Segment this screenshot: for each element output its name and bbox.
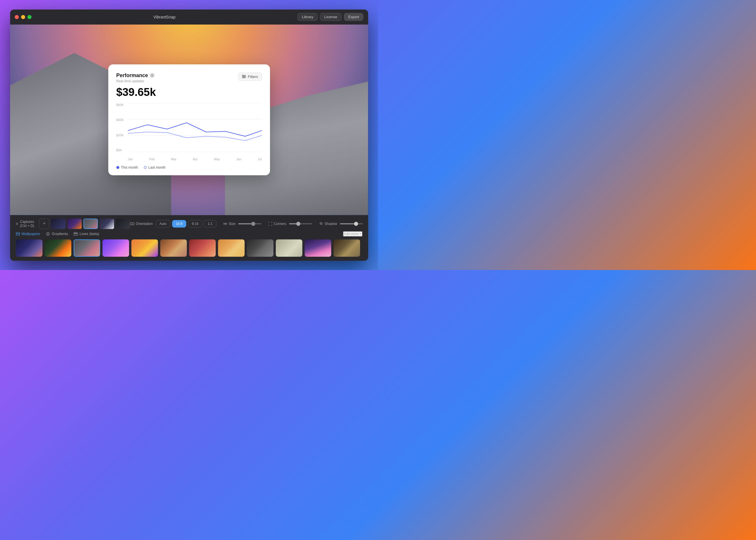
bottom-panel: Captures (Ctrl + D) +	[10, 215, 368, 261]
chart-svg	[128, 103, 262, 152]
tab-wallpapers[interactable]: Wallpapers	[16, 231, 41, 236]
tab-gradients[interactable]: Gradients	[46, 231, 68, 236]
wallpaper-2[interactable]	[45, 239, 71, 257]
app-window: VibrantSnap Library License Export Perfo…	[10, 10, 368, 261]
x-label-feb: Feb	[149, 157, 155, 161]
wallpaper-8[interactable]	[218, 239, 245, 257]
canvas-area: Performance i Real time updates	[10, 25, 368, 215]
card-title-group: Performance i Real time updates	[116, 72, 155, 83]
x-label-apr: Apr	[192, 157, 197, 161]
svg-line-24	[322, 224, 322, 224]
wallpapers-icon	[16, 232, 20, 236]
size-icon	[223, 222, 227, 226]
x-label-jan: Jan	[128, 157, 133, 161]
wallpaper-7[interactable]	[189, 239, 216, 257]
shadow-label: Shadow	[319, 222, 337, 226]
wallpapers-grid	[16, 239, 362, 257]
wallpaper-9[interactable]	[247, 239, 274, 257]
license-button[interactable]: License	[320, 13, 342, 21]
svg-rect-29	[74, 233, 76, 234]
size-label: Size	[223, 222, 235, 226]
wallpaper-6[interactable]	[160, 239, 187, 257]
camera-icon	[16, 221, 19, 226]
lives-icon	[73, 232, 78, 236]
legend-this-month: This month	[116, 166, 138, 170]
y-label-40k: $40K	[116, 118, 124, 122]
tab-gradients-label: Gradients	[52, 231, 68, 236]
capture-thumb-2[interactable]	[67, 218, 82, 229]
svg-point-4	[244, 76, 245, 77]
orient-1-1[interactable]: 1:1	[204, 220, 216, 227]
card-title-text: Performance	[116, 72, 148, 78]
captures-thumbnails: +	[39, 218, 130, 229]
x-label-mar: Mar	[171, 157, 177, 161]
card-value: $39.65k	[116, 86, 262, 98]
wallpaper-12[interactable]	[333, 239, 360, 257]
chart-legend: This month Last month	[116, 166, 262, 170]
capture-thumb-4[interactable]	[100, 218, 114, 229]
add-more-button[interactable]: Add more +	[343, 231, 362, 236]
capture-thumb-5[interactable]	[116, 218, 130, 229]
tab-wallpapers-label: Wallpapers	[22, 231, 41, 236]
corners-slider[interactable]	[289, 223, 312, 224]
filters-button[interactable]: Filters	[238, 72, 262, 81]
svg-rect-30	[76, 233, 77, 234]
chart-container: $60K $40K $20K $0K	[116, 103, 262, 161]
maximize-button[interactable]	[28, 15, 32, 19]
wallpaper-5[interactable]	[131, 239, 158, 257]
captures-left: Captures (Ctrl + D) +	[16, 218, 131, 229]
wallpaper-1[interactable]	[16, 239, 43, 257]
corners-icon	[268, 222, 272, 226]
shadow-icon	[319, 222, 323, 226]
orient-auto[interactable]: Auto	[156, 220, 170, 227]
size-slider[interactable]	[238, 223, 261, 224]
tab-lives[interactable]: Lives (beta)	[73, 231, 99, 236]
filters-label: Filters	[248, 74, 258, 79]
wallpaper-10[interactable]	[276, 239, 302, 257]
svg-point-18	[320, 223, 322, 224]
legend-last-month-label: Last month	[148, 166, 166, 170]
legend-last-month: Last month	[144, 166, 166, 170]
x-label-jul: Jul	[258, 157, 262, 161]
legend-dot-solid	[116, 166, 119, 169]
shadow-slider[interactable]	[340, 223, 363, 224]
legend-dot-outline	[144, 166, 147, 169]
info-icon[interactable]: i	[150, 73, 155, 78]
wallpapers-section: Wallpapers Gradients	[16, 231, 362, 257]
library-button[interactable]: Library	[298, 13, 317, 21]
titlebar: VibrantSnap Library License Export	[10, 10, 368, 25]
orient-16-9[interactable]: 16:9	[172, 220, 186, 227]
size-label-text: Size	[229, 222, 235, 226]
chart-y-labels: $60K $40K $20K $0K	[116, 103, 124, 152]
close-button[interactable]	[15, 15, 19, 19]
card-subtitle: Real time updates	[116, 79, 155, 83]
wallpaper-3[interactable]	[73, 239, 100, 257]
orientation-label: Orientation	[130, 222, 153, 226]
svg-point-3	[242, 75, 243, 76]
wallpaper-11[interactable]	[305, 239, 331, 257]
capture-thumb-3[interactable]	[83, 218, 98, 229]
captures-row: Captures (Ctrl + D) +	[16, 218, 362, 229]
capture-thumb-1[interactable]	[51, 218, 65, 229]
svg-line-23	[320, 222, 320, 223]
export-button[interactable]: Export	[344, 13, 364, 21]
app-title: VibrantSnap	[153, 15, 176, 19]
orient-9-16[interactable]: 9:16	[188, 220, 202, 227]
shadow-control: Shadow	[319, 222, 363, 226]
wallpapers-tabs: Wallpapers Gradients	[16, 231, 99, 236]
svg-point-11	[17, 223, 17, 224]
corners-label: Corners	[268, 222, 286, 226]
background-image: Performance i Real time updates	[10, 25, 368, 215]
y-label-20k: $20K	[116, 133, 124, 137]
wallpaper-4[interactable]	[102, 239, 129, 257]
x-label-jun: Jun	[236, 157, 241, 161]
add-capture-button[interactable]: +	[39, 218, 50, 229]
performance-card: Performance i Real time updates	[108, 65, 270, 175]
minimize-button[interactable]	[21, 15, 25, 19]
size-control: Size	[223, 222, 261, 226]
svg-point-5	[243, 77, 244, 78]
y-label-60k: $60K	[116, 103, 124, 106]
corners-label-text: Corners	[274, 222, 286, 226]
orientation-buttons: Auto 16:9 9:16 1:1	[156, 220, 216, 227]
traffic-lights	[15, 15, 32, 19]
